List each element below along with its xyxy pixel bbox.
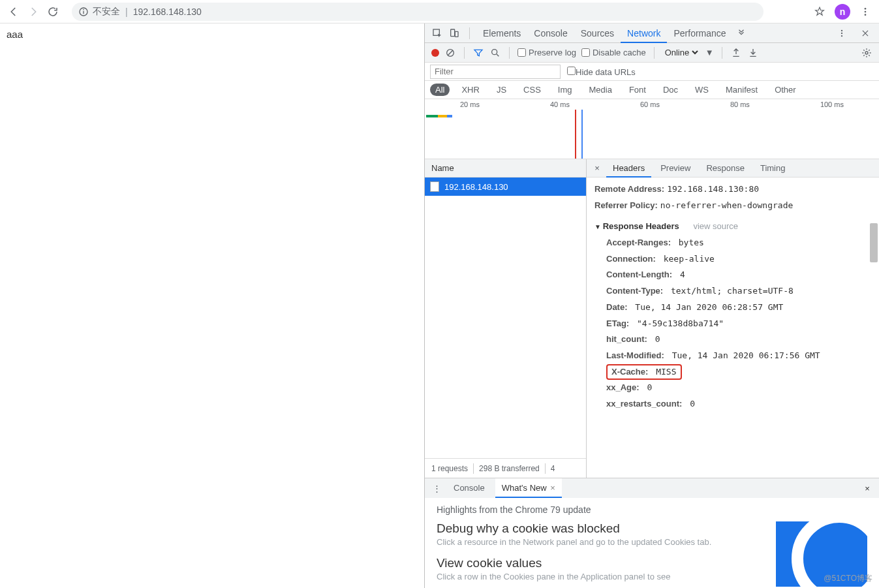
devtools-panel: Elements Console Sources Network Perform… xyxy=(424,23,879,588)
drawer-tabs: ⋮ Console What's New × × xyxy=(425,478,879,498)
search-icon[interactable] xyxy=(489,47,501,59)
details-tab-response[interactable]: Response xyxy=(700,159,751,178)
drawer-tab-console[interactable]: Console xyxy=(447,478,491,498)
tab-network[interactable]: Network xyxy=(621,23,667,43)
request-list-header[interactable]: Name xyxy=(425,159,586,178)
throttling-select[interactable]: Online xyxy=(662,47,700,58)
type-filter-img[interactable]: Img xyxy=(553,84,578,96)
svg-rect-7 xyxy=(451,29,455,37)
download-icon[interactable] xyxy=(747,47,759,59)
details-tab-headers[interactable]: Headers xyxy=(606,159,651,178)
drawer-menu-icon[interactable]: ⋮ xyxy=(430,484,443,493)
type-filter-xhr[interactable]: XHR xyxy=(456,84,484,96)
headers-body[interactable]: Remote Address:192.168.148.130:80 Referr… xyxy=(587,178,879,478)
preserve-log-checkbox[interactable]: Preserve log xyxy=(517,48,576,57)
header-row: Content-Type: text/html; charset=UTF-8 xyxy=(606,283,871,300)
tab-console[interactable]: Console xyxy=(527,23,574,43)
type-filter-all[interactable]: All xyxy=(430,84,450,96)
type-filter-js[interactable]: JS xyxy=(491,84,512,96)
details-close-icon[interactable]: × xyxy=(591,163,604,173)
page-text: aaa xyxy=(7,29,23,40)
svg-point-4 xyxy=(865,10,867,12)
settings-icon[interactable] xyxy=(861,47,872,59)
network-toolbar: Preserve log Disable cache Online ▼ xyxy=(425,43,879,63)
insecure-label: 不安全 xyxy=(93,6,120,18)
timeline-label: 40 ms xyxy=(550,101,570,108)
header-row: hit_count: 0 xyxy=(606,332,871,348)
drawer-tab-whatsnew[interactable]: What's New × xyxy=(495,478,562,498)
header-row: xx_Age: 0 xyxy=(606,380,871,396)
timeline-overview[interactable]: 20 ms 40 ms 60 ms 80 ms 100 ms xyxy=(425,99,879,159)
timeline-label: 100 ms xyxy=(820,101,844,108)
type-filter-css[interactable]: CSS xyxy=(518,84,546,96)
svg-point-5 xyxy=(865,14,867,16)
type-filter-doc[interactable]: Doc xyxy=(658,84,683,96)
filter-icon[interactable] xyxy=(472,47,484,59)
overview-marker-red xyxy=(575,110,576,159)
more-tabs-icon[interactable] xyxy=(733,25,750,42)
filter-row: Hide data URLs xyxy=(425,63,879,81)
view-source-link[interactable]: view source xyxy=(693,221,738,231)
devtools-close-icon[interactable] xyxy=(857,25,874,42)
upload-icon[interactable] xyxy=(730,47,742,59)
timeline-label: 20 ms xyxy=(460,101,480,108)
drawer-headline: Highlights from the Chrome 79 update xyxy=(437,504,867,515)
drawer-tab-close-icon[interactable]: × xyxy=(548,483,555,493)
scrollbar[interactable] xyxy=(870,223,878,262)
disable-cache-checkbox[interactable]: Disable cache xyxy=(581,48,646,57)
browser-toolbar: 不安全 | 192.168.148.130 n xyxy=(0,0,879,23)
tab-elements[interactable]: Elements xyxy=(476,23,527,43)
tab-performance[interactable]: Performance xyxy=(667,23,732,43)
device-icon[interactable] xyxy=(446,25,463,42)
timeline-label: 80 ms xyxy=(730,101,750,108)
tab-sources[interactable]: Sources xyxy=(574,23,621,43)
type-filter-media[interactable]: Media xyxy=(583,84,617,96)
svg-line-15 xyxy=(497,54,499,56)
header-row: Date: Tue, 14 Jan 2020 06:28:57 GMT xyxy=(606,300,871,316)
request-footer: 1 requests 298 B transferred 4 xyxy=(425,458,586,478)
svg-point-16 xyxy=(865,52,868,54)
header-row: Content-Length: 4 xyxy=(606,267,871,283)
reload-button[interactable] xyxy=(47,6,59,18)
details-tab-timing[interactable]: Timing xyxy=(754,159,792,178)
devtools-menu-icon[interactable] xyxy=(833,25,850,42)
svg-point-3 xyxy=(865,8,867,10)
omnibox[interactable]: 不安全 | 192.168.148.130 xyxy=(72,3,763,21)
header-row: Connection: keep-alive xyxy=(606,251,871,268)
inspect-icon[interactable] xyxy=(429,25,446,42)
page-viewport: aaa xyxy=(0,23,424,588)
hide-data-urls-checkbox[interactable]: Hide data URLs xyxy=(567,67,636,77)
footer-transferred: 298 B transferred xyxy=(479,464,540,473)
header-row: X-Cache: MISS xyxy=(606,364,871,380)
details-tab-preview[interactable]: Preview xyxy=(654,159,697,178)
header-row: Referrer Policy:no-referrer-when-downgra… xyxy=(594,198,871,214)
footer-requests: 1 requests xyxy=(431,464,468,473)
svg-point-14 xyxy=(492,49,497,54)
star-icon[interactable] xyxy=(814,6,825,18)
request-row[interactable]: 192.168.148.130 xyxy=(425,178,586,196)
menu-icon[interactable] xyxy=(859,6,871,18)
forward-button[interactable] xyxy=(27,6,39,18)
details-tabs: × Headers Preview Response Timing xyxy=(587,159,879,178)
profile-avatar[interactable]: n xyxy=(835,4,850,20)
type-filter-manifest[interactable]: Manifest xyxy=(720,84,763,96)
type-filter-font[interactable]: Font xyxy=(624,84,651,96)
footer-more: 4 xyxy=(551,464,555,473)
drawer-close-icon[interactable]: × xyxy=(861,484,874,493)
request-name: 192.168.148.130 xyxy=(444,182,508,192)
type-filter-other[interactable]: Other xyxy=(769,84,801,96)
timeline-label: 60 ms xyxy=(640,101,660,108)
drawer-body: Highlights from the Chrome 79 update Deb… xyxy=(425,498,879,588)
type-filter-row: All XHR JS CSS Img Media Font Doc WS Man… xyxy=(425,81,879,99)
drawer: ⋮ Console What's New × × Highlights from… xyxy=(425,478,879,588)
record-button[interactable] xyxy=(431,49,439,57)
type-filter-ws[interactable]: WS xyxy=(690,84,714,96)
header-row: Accept-Ranges: bytes xyxy=(606,235,871,251)
back-button[interactable] xyxy=(8,6,20,18)
clear-icon[interactable] xyxy=(444,47,456,59)
watermark: @51CTO博客 xyxy=(824,573,872,584)
response-headers-section[interactable]: Response Headers xyxy=(594,221,679,231)
overview-marker-blue xyxy=(581,110,583,159)
devtools-tabs: Elements Console Sources Network Perform… xyxy=(425,23,879,43)
filter-input[interactable] xyxy=(430,65,561,79)
